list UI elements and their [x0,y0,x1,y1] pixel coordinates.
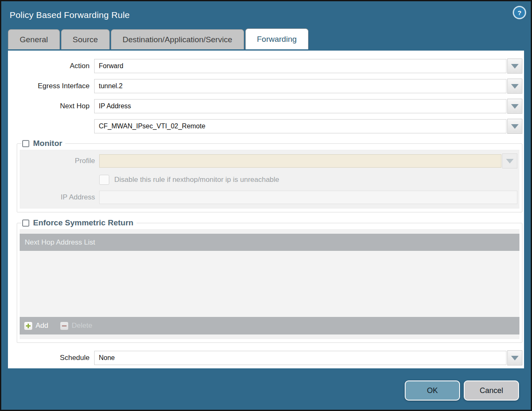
monitor-legend: Monitor [21,139,65,148]
action-label: Action [8,62,90,70]
action-row: Action Forward [8,59,522,74]
next-hop-address-list-panel: Next Hop Address List Add Delete [20,229,519,339]
tab-source[interactable]: Source [61,29,110,49]
minus-icon [60,322,69,330]
tab-forwarding[interactable]: Forwarding [245,28,308,49]
disable-rule-row: Disable this rule if nexthop/monitor ip … [99,175,519,185]
enforce-symmetric-return-legend: Enforce Symmetric Return [21,218,136,227]
next-hop-address-list-header: Next Hop Address List [20,234,519,251]
profile-label: Profile [20,157,95,165]
next-hop-address-list-toolbar: Add Delete [20,317,519,334]
enforce-symmetric-return-legend-label: Enforce Symmetric Return [33,218,134,227]
dialog-titlebar: Policy Based Forwarding Rule ? [1,1,531,28]
dialog-title: Policy Based Forwarding Rule [10,10,130,20]
monitor-legend-label: Monitor [33,139,62,148]
add-button-label: Add [36,322,48,330]
chevron-down-icon [506,159,514,163]
delete-button: Delete [60,322,92,330]
enforce-symmetric-return-checkbox[interactable] [22,220,29,227]
profile-row: Profile [20,153,517,168]
cancel-button[interactable]: Cancel [464,380,519,401]
chevron-down-icon [511,64,519,69]
monitor-ip-address-field [99,191,517,204]
monitor-section: Monitor Profile Disable this rule if nex… [17,139,522,212]
monitor-checkbox[interactable] [22,140,29,147]
tab-panel-forwarding: Action Forward Egress Interface tunnel.2… [8,51,524,368]
schedule-label: Schedule [8,354,90,362]
next-hop-address-list-body[interactable] [20,251,519,317]
next-hop-address-dropdown-button[interactable] [507,119,522,134]
schedule-field[interactable]: None [94,351,506,365]
next-hop-address-list-table: Next Hop Address List Add Delete [20,234,519,334]
ok-button[interactable]: OK [405,380,460,401]
disable-rule-label: Disable this rule if nexthop/monitor ip … [114,176,279,184]
disable-rule-checkbox [99,175,109,185]
add-button[interactable]: Add [24,322,48,330]
egress-interface-row: Egress Interface tunnel.2 [8,79,522,94]
egress-interface-dropdown-button[interactable] [507,79,522,94]
schedule-dropdown-button[interactable] [507,350,522,365]
next-hop-address-field[interactable]: CF_MWAN_IPsec_VTI_02_Remote [94,119,506,133]
monitor-ip-address-row: IP Address [20,191,517,204]
tab-general[interactable]: General [8,29,60,49]
egress-interface-label: Egress Interface [8,82,90,90]
chevron-down-icon [511,124,519,129]
next-hop-address-row: CF_MWAN_IPsec_VTI_02_Remote [8,119,522,134]
monitor-panel: Profile Disable this rule if nexthop/mon… [20,150,519,209]
action-dropdown-button[interactable] [507,59,522,74]
action-field[interactable]: Forward [94,59,506,73]
tab-bar: General Source Destination/Application/S… [8,28,531,49]
dialog-window: Policy Based Forwarding Rule ? General S… [0,0,532,411]
schedule-row: Schedule None [8,350,522,365]
chevron-down-icon [511,104,519,109]
next-hop-type-dropdown-button[interactable] [507,99,522,114]
plus-icon [24,322,33,330]
monitor-ip-address-label: IP Address [20,193,95,202]
next-hop-label: Next Hop [8,102,90,110]
chevron-down-icon [511,356,519,360]
enforce-symmetric-return-section: Enforce Symmetric Return Next Hop Addres… [17,218,522,343]
next-hop-row: Next Hop IP Address [8,99,522,114]
chevron-down-icon [511,84,519,89]
tab-destination-application-service[interactable]: Destination/Application/Service [111,29,244,49]
delete-button-label: Delete [72,322,92,330]
profile-dropdown-button [502,153,517,168]
help-icon[interactable]: ? [514,7,525,18]
egress-interface-field[interactable]: tunnel.2 [94,79,506,93]
profile-field [99,154,501,168]
next-hop-type-field[interactable]: IP Address [94,99,506,113]
